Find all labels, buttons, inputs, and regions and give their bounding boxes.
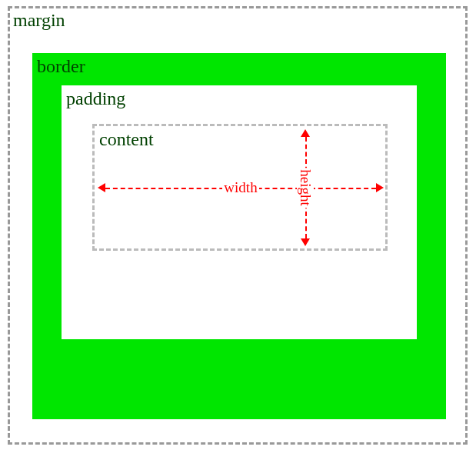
border-box: border padding content width height [32,53,446,419]
arrowhead-up-icon [301,129,310,137]
content-box: content width height [92,124,388,251]
height-dimension-arrow: height [296,129,315,246]
arrowhead-down-icon [301,238,310,246]
padding-box: padding content width height [62,85,417,339]
width-dimension-arrow: width [98,178,384,197]
margin-label: margin [13,10,65,31]
content-label: content [99,129,154,150]
padding-label: padding [66,88,125,109]
width-label: width [222,179,258,196]
margin-box: margin border padding content width heig… [8,6,468,445]
arrowhead-right-icon [376,183,384,192]
height-label: height [297,168,314,208]
arrowhead-left-icon [98,183,105,192]
border-label: border [37,56,85,77]
